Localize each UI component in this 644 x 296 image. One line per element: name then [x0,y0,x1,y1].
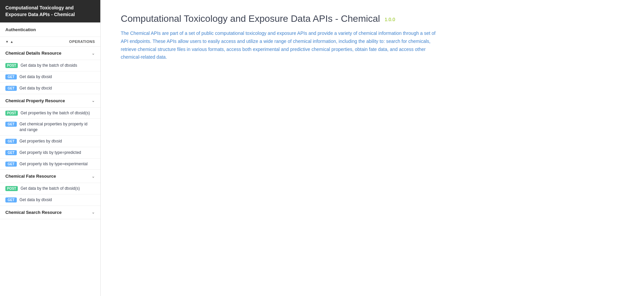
auth-label: Authentication [5,27,36,32]
page-description: The Chemical APIs are part of a set of p… [121,29,443,61]
resource-header-chemical-property[interactable]: Chemical Property Resource ⌄ [0,94,100,107]
api-item-chemical-property-3[interactable]: GET Get property ids by type=predicted [0,147,100,158]
method-badge-chemical-details-2: GET [5,86,17,91]
resource-title-chemical-details: Chemical Details Resource [5,51,61,56]
expand-up-icon[interactable]: ▲ [10,40,13,44]
method-badge-chemical-fate-0: POST [5,186,18,191]
api-label-chemical-property-0: Get properties by the batch of dtxsid(s) [20,110,90,116]
resource-items-chemical-details: POST Get data by the batch of dtxsids GE… [0,60,100,94]
api-label-chemical-property-1: Get chemical properties by property id a… [19,121,95,133]
chevron-icon-chemical-search: ⌄ [92,210,95,215]
resource-section-chemical-search: Chemical Search Resource ⌄ [0,206,100,219]
resource-header-chemical-fate[interactable]: Chemical Fate Resource ⌄ [0,170,100,183]
method-badge-chemical-property-4: GET [5,162,17,167]
expand-down-icon[interactable]: ▼ [5,40,9,44]
api-item-chemical-details-2[interactable]: GET Get data by dtxcid [0,82,100,94]
api-label-chemical-fate-0: Get data by the batch of dtxsid(s) [20,186,80,191]
method-badge-chemical-property-3: GET [5,150,17,155]
chevron-icon-chemical-details: ⌄ [92,51,95,56]
auth-section: Authentication [0,22,100,37]
resource-header-chemical-search[interactable]: Chemical Search Resource ⌄ [0,206,100,219]
method-badge-chemical-details-1: GET [5,74,17,79]
resource-section-chemical-details: Chemical Details Resource ⌄ POST Get dat… [0,47,100,94]
api-item-chemical-details-1[interactable]: GET Get data by dtxsid [0,71,100,82]
ops-row: ▼ ▲ OPERATIONS [0,37,100,47]
method-badge-chemical-property-0: POST [5,111,18,116]
api-item-chemical-fate-1[interactable]: GET Get data by dtxsid [0,194,100,205]
api-label-chemical-property-3: Get property ids by type=predicted [19,150,81,156]
resource-items-chemical-property: POST Get properties by the batch of dtxs… [0,107,100,170]
method-badge-chemical-fate-1: GET [5,197,17,202]
chevron-icon-chemical-fate: ⌄ [92,174,95,179]
api-label-chemical-details-1: Get data by dtxsid [19,74,52,80]
method-badge-chemical-property-2: GET [5,139,17,144]
api-item-chemical-property-4[interactable]: GET Get property ids by type=experimenta… [0,158,100,170]
api-label-chemical-property-4: Get property ids by type=experimental [19,161,88,167]
api-item-chemical-fate-0[interactable]: POST Get data by the batch of dtxsid(s) [0,183,100,194]
resource-sections: Chemical Details Resource ⌄ POST Get dat… [0,47,100,219]
api-label-chemical-details-2: Get data by dtxcid [19,85,52,91]
api-item-chemical-property-2[interactable]: GET Get properties by dtxsid [0,135,100,147]
main-content: Computational Toxicology and Exposure Da… [101,0,644,296]
method-badge-chemical-details-0: POST [5,63,18,68]
page-title: Computational Toxicology and Exposure Da… [121,13,624,24]
sidebar-header: Computational Toxicology and Exposure Da… [0,0,100,22]
resource-section-chemical-fate: Chemical Fate Resource ⌄ POST Get data b… [0,170,100,206]
version-badge: 1.0.0 [385,17,395,22]
api-label-chemical-property-2: Get properties by dtxsid [19,138,62,144]
method-badge-chemical-property-1: GET [5,122,17,127]
api-label-chemical-fate-1: Get data by dtxsid [19,197,52,203]
resource-section-chemical-property: Chemical Property Resource ⌄ POST Get pr… [0,94,100,170]
sidebar: Computational Toxicology and Exposure Da… [0,0,101,296]
sidebar-title: Computational Toxicology and Exposure Da… [5,5,75,17]
resource-title-chemical-fate: Chemical Fate Resource [5,174,56,179]
page-title-text: Computational Toxicology and Exposure Da… [121,13,380,24]
api-label-chemical-details-0: Get data by the batch of dtxsids [20,63,77,68]
api-item-chemical-details-0[interactable]: POST Get data by the batch of dtxsids [0,60,100,71]
resource-title-chemical-search: Chemical Search Resource [5,210,62,215]
api-item-chemical-property-0[interactable]: POST Get properties by the batch of dtxs… [0,107,100,119]
resource-header-chemical-details[interactable]: Chemical Details Resource ⌄ [0,47,100,60]
api-item-chemical-property-1[interactable]: GET Get chemical properties by property … [0,118,100,135]
chevron-icon-chemical-property: ⌄ [92,98,95,103]
resource-items-chemical-fate: POST Get data by the batch of dtxsid(s) … [0,183,100,205]
ops-label: OPERATIONS [69,40,95,44]
expand-icons: ▼ ▲ [5,40,13,44]
resource-title-chemical-property: Chemical Property Resource [5,98,65,103]
